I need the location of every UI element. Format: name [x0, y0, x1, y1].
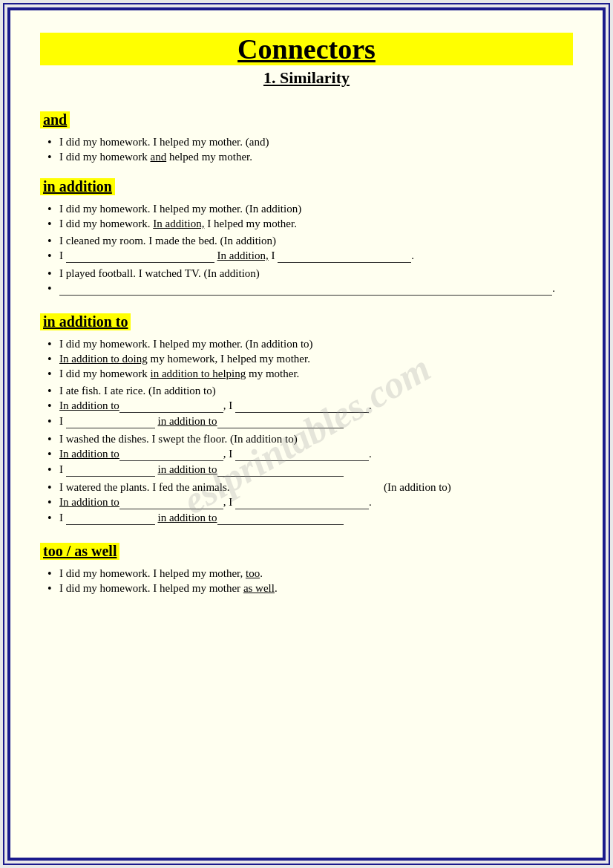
section-tooaswell: too / as well I did my homework. I helpe… — [40, 532, 573, 595]
list-item: I In addition, I . — [47, 249, 573, 263]
list-item: In addition to , I . — [47, 448, 573, 461]
list-item: I ate fish. I ate rice. (In addition to) — [47, 385, 573, 397]
heading-tooaswell: too / as well — [40, 543, 119, 560]
list-item: I did my homework. In addition, I helped… — [47, 218, 573, 230]
list-item: I did my homework in addition to helping… — [47, 368, 573, 380]
list-inaddition-1: I did my homework. I helped my mother. (… — [40, 203, 573, 230]
subtitle: 1. Similarity — [40, 68, 573, 88]
list-item: In addition to doing my homework, I help… — [47, 353, 573, 365]
list-inadditionto-1: I did my homework. I helped my mother. (… — [40, 338, 573, 380]
list-item: I in addition to — [47, 512, 573, 525]
heading-inadditionto: in addition to — [40, 313, 131, 330]
section-inadditionto: in addition to I did my homework. I help… — [40, 303, 573, 525]
list-item: I in addition to — [47, 415, 573, 428]
list-inaddition-2: I cleaned my room. I made the bed. (In a… — [40, 235, 573, 263]
heading-inaddition: in addition — [40, 178, 115, 195]
list-item: I did my homework. I helped my mother. (… — [47, 338, 573, 350]
list-and: I did my homework. I helped my mother. (… — [40, 136, 573, 163]
list-item: I cleaned my room. I made the bed. (In a… — [47, 235, 573, 247]
list-item: I washed the dishes. I swept the floor. … — [47, 433, 573, 446]
list-item: I did my homework. I helped my mother, t… — [47, 567, 573, 580]
list-item: I did my homework and helped my mother. — [47, 151, 573, 163]
list-item: . — [47, 282, 573, 296]
list-item: I played football. I watched TV. (In add… — [47, 267, 573, 280]
list-inadditionto-2: I ate fish. I ate rice. (In addition to)… — [40, 385, 573, 428]
list-item: I did my homework. I helped my mother. (… — [47, 136, 573, 149]
page: eslprintables.com Connectors 1. Similari… — [7, 7, 606, 861]
page-title: Connectors — [40, 33, 573, 65]
section-inaddition: in addition I did my homework. I helped … — [40, 168, 573, 296]
list-item: In addition to , I . — [47, 496, 573, 509]
list-item: I watered the plants. I fed the animals.… — [47, 481, 573, 494]
list-inadditionto-3: I washed the dishes. I swept the floor. … — [40, 433, 573, 477]
list-item: I did my homework. I helped my mother as… — [47, 582, 573, 595]
list-item: I did my homework. I helped my mother. (… — [47, 203, 573, 215]
list-item: I in addition to — [47, 463, 573, 477]
list-inadditionto-4: I watered the plants. I fed the animals.… — [40, 481, 573, 525]
heading-and: and — [40, 111, 70, 128]
list-inaddition-3: I played football. I watched TV. (In add… — [40, 267, 573, 296]
title-wrapper: Connectors 1. Similarity — [40, 33, 573, 88]
list-tooaswell: I did my homework. I helped my mother, t… — [40, 567, 573, 595]
list-item: In addition to , I . — [47, 399, 573, 413]
section-and: and I did my homework. I helped my mothe… — [40, 101, 573, 163]
